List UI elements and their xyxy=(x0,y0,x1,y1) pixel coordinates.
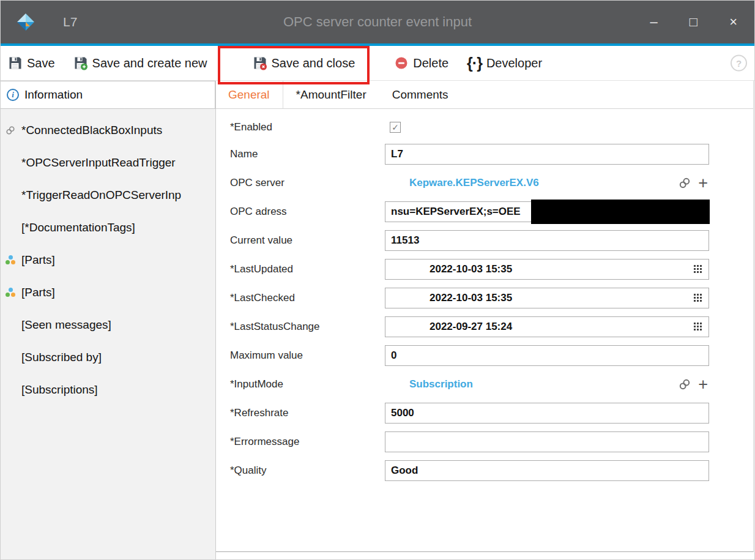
toolbar: SaveSave and create newSave and closeDel… xyxy=(1,46,754,81)
tab-general[interactable]: General xyxy=(228,81,283,108)
field-value: 2022-09-27 15:24 xyxy=(430,321,512,333)
minimize-icon[interactable]: – xyxy=(650,15,658,29)
link-chain-icon[interactable] xyxy=(679,378,691,390)
sidebar-item-label: [Subscriptions] xyxy=(21,383,98,397)
form-row: OPC adressnsu=KEPServerEX;s=OEE xyxy=(230,197,753,226)
parts-icon xyxy=(6,288,21,297)
maximize-icon[interactable]: □ xyxy=(690,15,697,29)
developer-button[interactable]: {·}Developer xyxy=(467,54,542,72)
add-icon[interactable]: + xyxy=(698,177,708,189)
form-row: *LastStatusChange2022-09-27 15:24 xyxy=(230,312,753,341)
laststatuschange-date-field[interactable]: 2022-09-27 15:24 xyxy=(385,316,709,337)
close-icon[interactable]: × xyxy=(729,15,737,29)
maximum-value-input[interactable]: 0 xyxy=(385,345,709,366)
link-icon xyxy=(6,125,21,135)
toolbar-label: Save and create new xyxy=(92,56,207,70)
datepicker-grid-icon[interactable] xyxy=(694,323,696,324)
field-label: Maximum value xyxy=(230,349,385,362)
form-row: NameL7 xyxy=(230,140,753,168)
field-value: nsu=KEPServerEX;s=OEE xyxy=(391,206,521,218)
link-chain-icon[interactable] xyxy=(679,177,691,189)
sidebar-header-label: Information xyxy=(24,88,83,102)
field-control: 11513 xyxy=(385,230,709,251)
sidebar-item-triggerreadonopcserverinp[interactable]: *TriggerReadOnOPCServerInp xyxy=(1,179,215,211)
form-row: Maximum value0 xyxy=(230,341,753,370)
field-label: *Refreshrate xyxy=(230,407,385,419)
parts-icon xyxy=(6,255,21,265)
enabled-checkbox[interactable]: ✓ xyxy=(390,122,401,133)
save-new-icon xyxy=(73,56,88,70)
sidebar-item-parts[interactable]: [Parts] xyxy=(1,244,215,276)
sidebar-header-information[interactable]: i Information xyxy=(1,81,215,109)
form-row: *LastChecked2022-10-03 15:35 xyxy=(230,283,753,312)
sidebar-item-seen-messages[interactable]: [Seen messages] xyxy=(1,308,215,341)
sidebar-item-parts[interactable]: [Parts] xyxy=(1,276,215,308)
main-panel: General*AmountFilterComments *Enabled✓Na… xyxy=(216,81,754,552)
sidebar-item-label: [Subscribed by] xyxy=(21,351,102,364)
field-control: Subscription+ xyxy=(385,374,709,395)
field-value: 0 xyxy=(391,349,396,362)
datepicker-grid-icon[interactable] xyxy=(694,265,696,267)
field-label: *Quality xyxy=(230,465,385,477)
field-control: L7 xyxy=(385,144,709,165)
tab-bar: General*AmountFilterComments xyxy=(216,81,753,109)
tab-amountfilter[interactable]: *AmountFilter xyxy=(283,81,379,108)
sidebar-item-subscribed-by[interactable]: [Subscribed by] xyxy=(1,341,215,373)
window-controls: – □ × xyxy=(650,15,737,29)
save-and-close-button[interactable]: Save and close xyxy=(253,56,355,70)
check-mark-icon: ✓ xyxy=(392,122,399,132)
field-label: Name xyxy=(230,148,385,160)
toolbar-items: SaveSave and create newSave and closeDel… xyxy=(1,46,754,80)
inputmode-link[interactable]: Subscription xyxy=(409,378,473,390)
lastupdated-date-field[interactable]: 2022-10-03 15:35 xyxy=(385,259,709,280)
sidebar-item-documentationtags[interactable]: [*DocumentationTags] xyxy=(1,211,215,244)
sidebar-item-connectedblackboxinputs[interactable]: *ConnectedBlackBoxInputs xyxy=(1,114,215,146)
current-value-input[interactable]: 11513 xyxy=(385,230,709,251)
toolbar-label: Developer xyxy=(486,56,542,70)
save-and-create-new-button[interactable]: Save and create new xyxy=(73,56,207,70)
sidebar-item-subscriptions[interactable]: [Subscriptions] xyxy=(1,373,215,406)
name-input[interactable]: L7 xyxy=(385,144,709,165)
sidebar-item-label: *OPCServerInputReadTrigger xyxy=(21,156,176,170)
field-label: *InputMode xyxy=(230,378,385,390)
errormessage-input[interactable] xyxy=(385,431,709,452)
add-icon[interactable]: + xyxy=(698,378,708,390)
field-label: Current value xyxy=(230,234,385,247)
form-row: *Enabled✓ xyxy=(230,115,753,140)
form-row: *Errormessage xyxy=(230,427,753,456)
redaction-overlay xyxy=(531,200,710,224)
field-value: 2022-10-03 15:35 xyxy=(430,292,512,304)
sidebar-item-label: *ConnectedBlackBoxInputs xyxy=(21,124,162,137)
sidebar: i Information *ConnectedBlackBoxInputs*O… xyxy=(1,81,216,559)
record-name: L7 xyxy=(63,15,77,29)
toolbar-label: Delete xyxy=(413,56,448,70)
form-row: Current value11513 xyxy=(230,226,753,255)
form-row: *Refreshrate5000 xyxy=(230,398,753,427)
save-button[interactable]: Save xyxy=(8,56,55,70)
opc-server-link[interactable]: Kepware.KEPServerEX.V6 xyxy=(409,177,539,189)
field-control: Kepware.KEPServerEX.V6+ xyxy=(385,173,709,193)
field-control: ✓ xyxy=(385,122,709,133)
tab-comments[interactable]: Comments xyxy=(379,81,461,108)
app-logo-icon xyxy=(15,12,36,32)
field-value: 5000 xyxy=(391,407,414,419)
link-actions: + xyxy=(679,378,708,390)
field-label: *Errormessage xyxy=(230,436,385,448)
save-close-icon xyxy=(253,56,267,70)
sidebar-item-label: [Seen messages] xyxy=(21,318,111,332)
window-title: OPC server counter event input xyxy=(1,14,754,30)
toolbar-label: Save and close xyxy=(272,56,355,70)
sidebar-item-label: [Parts] xyxy=(21,253,55,267)
datepicker-grid-icon[interactable] xyxy=(694,294,696,296)
field-value: L7 xyxy=(391,148,403,160)
refreshrate-input[interactable]: 5000 xyxy=(385,403,709,424)
help-icon[interactable]: ? xyxy=(731,55,747,72)
field-value: Good xyxy=(391,465,418,477)
form: *Enabled✓NameL7OPC serverKepware.KEPServ… xyxy=(216,109,753,485)
form-row: *LastUpdated2022-10-03 15:35 xyxy=(230,255,753,283)
lastchecked-date-field[interactable]: 2022-10-03 15:35 xyxy=(385,288,709,308)
sidebar-item-opcserverinputreadtrigger[interactable]: *OPCServerInputReadTrigger xyxy=(1,146,215,179)
delete-button[interactable]: Delete xyxy=(394,56,448,70)
save-icon xyxy=(8,56,23,70)
quality-input[interactable]: Good xyxy=(385,460,709,481)
